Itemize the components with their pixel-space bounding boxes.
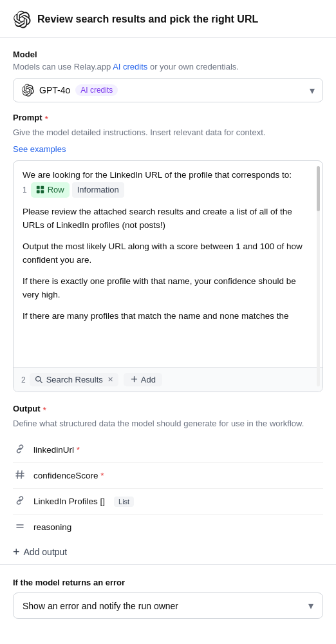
linkedinprofiles-name: LinkedIn Profiles [] (33, 497, 105, 506)
prompt-label-row: Prompt * (13, 113, 323, 125)
prompt-description: Give the model detailed instructions. In… (13, 128, 323, 137)
see-examples-link[interactable]: See examples (13, 144, 66, 154)
prompt-footer: 2 Search Results ✕ Add (14, 367, 322, 392)
error-select[interactable]: Show an error and notify the run owner ▾ (13, 592, 323, 619)
add-attachment-button[interactable]: Add (124, 373, 162, 386)
search-chip-close-icon[interactable]: ✕ (107, 375, 113, 384)
add-output-button[interactable]: + Add output (13, 540, 67, 564)
confidencescore-name: confidenceScore * (33, 471, 104, 480)
hash-icon (13, 469, 27, 482)
linkedinurl-name: linkedinUrl * (33, 445, 80, 455)
svg-line-6 (17, 471, 18, 478)
model-dropdown-chevron: ▾ (310, 84, 315, 97)
prompt-line-3: Output the most likely URL along with a … (23, 240, 313, 267)
add-attachment-label: Add (141, 375, 156, 384)
prompt-line-1: We are looking for the LinkedIn URL of t… (23, 169, 313, 198)
error-section: If the model returns an error Show an er… (0, 565, 336, 619)
prompt-tag-number-1: 1 (23, 184, 27, 196)
row-tag-chip: Row (31, 182, 70, 198)
prompt-footer-tag-row: 2 Search Results ✕ (21, 373, 118, 386)
prompt-line-5: If there are many profiles that match th… (23, 310, 313, 323)
reasoning-name: reasoning (33, 522, 71, 532)
prompt-footer-tag-number: 2 (21, 375, 26, 384)
error-label: If the model returns an error (13, 578, 323, 587)
prompt-section: Prompt * Give the model detailed instruc… (0, 102, 336, 392)
output-label: Output (13, 404, 41, 413)
model-description: Models can use Relay.app AI credits or y… (13, 62, 323, 71)
page-header: Review search results and pick the right… (0, 0, 336, 38)
ai-credits-badge: AI credits (75, 84, 118, 96)
output-section: Output * Define what structured data the… (0, 392, 336, 564)
row-tag-label: Row (48, 184, 64, 196)
scrollbar-thumb (317, 166, 320, 211)
openai-logo-icon (13, 10, 31, 28)
add-output-plus-icon: + (13, 546, 20, 558)
output-field-linkedinUrl[interactable]: linkedinUrl * (13, 437, 323, 463)
error-option-text: Show an error and notify the run owner (23, 601, 308, 611)
prompt-line-4: If there is exactly one profile with tha… (23, 275, 313, 302)
svg-rect-0 (37, 186, 40, 189)
link2-icon (13, 495, 27, 507)
output-description: Define what structured data the model sh… (13, 419, 323, 428)
model-name-text: GPT-4o (39, 85, 70, 95)
model-section: Model Models can use Relay.app AI credit… (0, 38, 336, 102)
prompt-line-2: Please review the attached search result… (23, 205, 313, 232)
ai-credits-link[interactable]: AI credits (113, 62, 147, 71)
prompt-tag-row-1: 1 Row Information (23, 182, 124, 198)
model-select[interactable]: GPT-4o AI credits ▾ (13, 78, 323, 102)
output-field-confidenceScore[interactable]: confidenceScore * (13, 463, 323, 489)
gpt-logo-icon (21, 84, 34, 97)
prompt-label: Prompt (13, 113, 42, 122)
prompt-required: * (45, 114, 48, 124)
add-output-label: Add output (24, 547, 68, 557)
output-label-row: Output * (13, 404, 323, 416)
prompt-content[interactable]: We are looking for the LinkedIn URL of t… (14, 161, 322, 367)
output-fields-list: linkedinUrl * confidenceScore * LinkedIn… (13, 437, 323, 540)
error-dropdown-chevron: ▾ (308, 600, 313, 612)
svg-rect-2 (37, 191, 40, 194)
svg-rect-3 (41, 191, 44, 194)
prompt-box[interactable]: We are looking for the LinkedIn URL of t… (13, 160, 323, 392)
svg-line-5 (40, 381, 42, 383)
output-required: * (43, 405, 46, 415)
confidencescore-required: * (100, 471, 104, 480)
svg-rect-1 (41, 186, 44, 189)
equals-icon (13, 521, 27, 533)
search-results-chip-label: Search Results (46, 375, 103, 384)
output-field-reasoning[interactable]: reasoning (13, 515, 323, 540)
link-icon (13, 444, 27, 456)
search-results-chip[interactable]: Search Results ✕ (30, 373, 118, 386)
list-badge: List (114, 497, 134, 507)
page-title: Review search results and pick the right… (37, 14, 258, 25)
linkedinurl-required: * (77, 445, 80, 455)
model-label: Model (13, 50, 323, 59)
scrollbar-track (317, 166, 320, 367)
output-field-linkedinProfiles[interactable]: LinkedIn Profiles [] List (13, 489, 323, 515)
information-label: Information (72, 182, 124, 198)
svg-line-7 (21, 471, 22, 478)
